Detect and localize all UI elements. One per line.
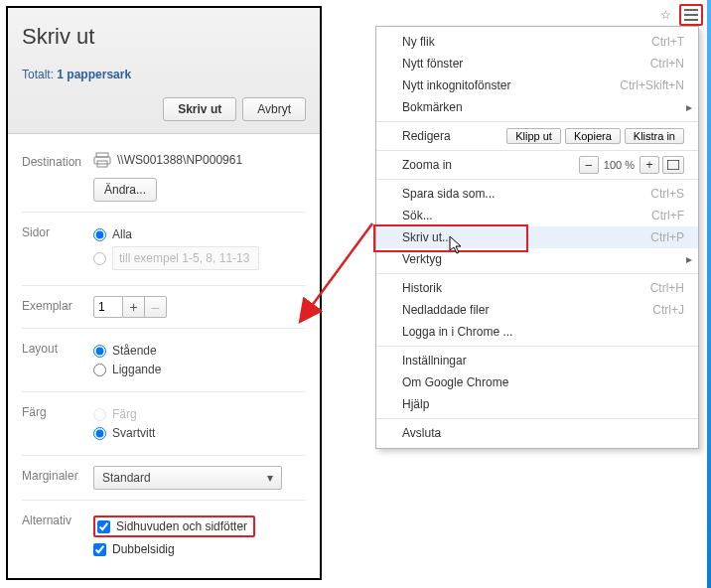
layout-landscape-label: Liggande bbox=[112, 363, 161, 376]
color-color-label: Färg bbox=[112, 407, 137, 421]
menu-settings[interactable]: Inställningar bbox=[376, 350, 698, 371]
menu-help[interactable]: Hjälp bbox=[376, 393, 698, 415]
svg-rect-3 bbox=[667, 160, 679, 170]
copies-decrease-button[interactable]: – bbox=[145, 296, 167, 318]
pages-label: Sidor bbox=[22, 222, 93, 239]
change-destination-button[interactable]: Ändra... bbox=[93, 178, 157, 202]
margins-value: Standard bbox=[102, 471, 151, 485]
layout-portrait-label: Stående bbox=[112, 344, 157, 358]
browser-toolbar-icons: ☆ bbox=[653, 4, 703, 26]
color-color-radio[interactable] bbox=[93, 408, 106, 421]
bookmark-star-icon[interactable]: ☆ bbox=[653, 4, 677, 26]
svg-rect-0 bbox=[96, 153, 108, 157]
hamburger-icon bbox=[684, 9, 698, 21]
menu-separator bbox=[376, 273, 698, 274]
menu-separator bbox=[376, 346, 698, 347]
submenu-arrow-icon: ▸ bbox=[686, 100, 692, 114]
menu-separator bbox=[376, 179, 698, 180]
print-dialog-title: Skriv ut bbox=[22, 24, 306, 50]
color-bw-radio[interactable] bbox=[93, 427, 106, 440]
chrome-menu-button[interactable] bbox=[679, 4, 703, 26]
margins-select[interactable]: Standard ▾ bbox=[93, 466, 282, 490]
pages-custom-input[interactable] bbox=[112, 246, 259, 270]
printer-icon bbox=[93, 152, 111, 168]
options-label: Alternativ bbox=[22, 511, 93, 527]
menu-separator bbox=[376, 121, 698, 122]
pages-custom-radio[interactable] bbox=[93, 252, 106, 265]
menu-tools[interactable]: Verktyg▸ bbox=[376, 248, 698, 270]
layout-label: Layout bbox=[22, 339, 93, 356]
copies-input[interactable] bbox=[93, 296, 123, 318]
pages-all-label: Alla bbox=[112, 227, 132, 241]
fullscreen-icon bbox=[667, 160, 679, 170]
menu-downloads[interactable]: Nedladdade filerCtrl+J bbox=[376, 299, 698, 321]
menu-signin[interactable]: Logga in i Chrome ... bbox=[376, 321, 698, 343]
menu-bookmarks[interactable]: Bokmärken▸ bbox=[376, 96, 698, 118]
print-total-line: Totalt: 1 pappersark bbox=[22, 68, 306, 81]
pages-all-radio[interactable] bbox=[93, 228, 106, 241]
copies-label: Exemplar bbox=[22, 296, 93, 313]
menu-print[interactable]: Skriv ut...Ctrl+P bbox=[376, 226, 698, 248]
layout-row: Layout Stående Liggande bbox=[22, 329, 306, 392]
menu-save-as[interactable]: Spara sida som...Ctrl+S bbox=[376, 183, 698, 205]
menu-new-window[interactable]: Nytt fönsterCtrl+N bbox=[376, 53, 698, 74]
print-dialog: Skriv ut Totalt: 1 pappersark Skriv ut A… bbox=[6, 6, 322, 580]
margins-label: Marginaler bbox=[22, 466, 93, 483]
edit-copy-button[interactable]: Kopiera bbox=[565, 128, 621, 144]
window-right-edge bbox=[707, 0, 711, 588]
cancel-button[interactable]: Avbryt bbox=[242, 97, 306, 121]
print-button[interactable]: Skriv ut bbox=[163, 97, 236, 121]
destination-value: \\WS001388\NP000961 bbox=[117, 153, 242, 167]
chrome-main-menu: Ny flikCtrl+T Nytt fönsterCtrl+N Nytt in… bbox=[375, 26, 699, 449]
headers-footers-label: Sidhuvuden och sidfötter bbox=[116, 519, 247, 533]
print-dialog-header: Skriv ut Totalt: 1 pappersark Skriv ut A… bbox=[8, 8, 320, 134]
copies-increase-button[interactable]: + bbox=[123, 296, 145, 318]
color-bw-label: Svartvitt bbox=[112, 426, 155, 440]
copies-row: Exemplar + – bbox=[22, 286, 306, 329]
color-label: Färg bbox=[22, 402, 93, 419]
menu-separator bbox=[376, 418, 698, 419]
duplex-checkbox[interactable] bbox=[93, 543, 106, 556]
menu-find[interactable]: Sök...Ctrl+F bbox=[376, 205, 698, 226]
headers-footers-checkbox[interactable] bbox=[97, 520, 110, 533]
fullscreen-button[interactable] bbox=[662, 156, 684, 174]
margins-row: Marginaler Standard ▾ bbox=[22, 456, 306, 501]
zoom-out-button[interactable]: – bbox=[579, 156, 599, 174]
menu-new-tab[interactable]: Ny flikCtrl+T bbox=[376, 31, 698, 53]
menu-new-incognito[interactable]: Nytt inkognitofönsterCtrl+Skift+N bbox=[376, 74, 698, 96]
menu-separator bbox=[376, 150, 698, 151]
destination-row: Destination \\WS001388\NP000961 Ändra... bbox=[22, 142, 306, 213]
destination-label: Destination bbox=[22, 152, 93, 169]
edit-paste-button[interactable]: Klistra in bbox=[625, 128, 684, 144]
edit-cut-button[interactable]: Klipp ut bbox=[506, 128, 561, 144]
duplex-label: Dubbelsidig bbox=[112, 542, 175, 556]
menu-exit[interactable]: Avsluta bbox=[376, 422, 698, 444]
pages-row: Sidor Alla bbox=[22, 213, 306, 286]
caret-down-icon: ▾ bbox=[267, 471, 273, 485]
layout-landscape-radio[interactable] bbox=[93, 364, 106, 376]
submenu-arrow-icon: ▸ bbox=[686, 252, 692, 266]
zoom-value: 100 % bbox=[602, 159, 637, 171]
zoom-in-button[interactable]: + bbox=[640, 156, 659, 174]
menu-history[interactable]: HistorikCtrl+H bbox=[376, 277, 698, 299]
menu-about[interactable]: Om Google Chrome bbox=[376, 371, 698, 393]
menu-edit: Redigera Klipp ut Kopiera Klistra in bbox=[376, 125, 698, 147]
layout-portrait-radio[interactable] bbox=[93, 345, 106, 358]
color-row: Färg Färg Svartvitt bbox=[22, 392, 306, 456]
menu-zoom: Zooma in – 100 % + bbox=[376, 154, 698, 176]
headers-footers-highlight: Sidhuvuden och sidfötter bbox=[93, 515, 255, 537]
options-row: Alternativ Sidhuvuden och sidfötter Dubb… bbox=[22, 501, 306, 571]
